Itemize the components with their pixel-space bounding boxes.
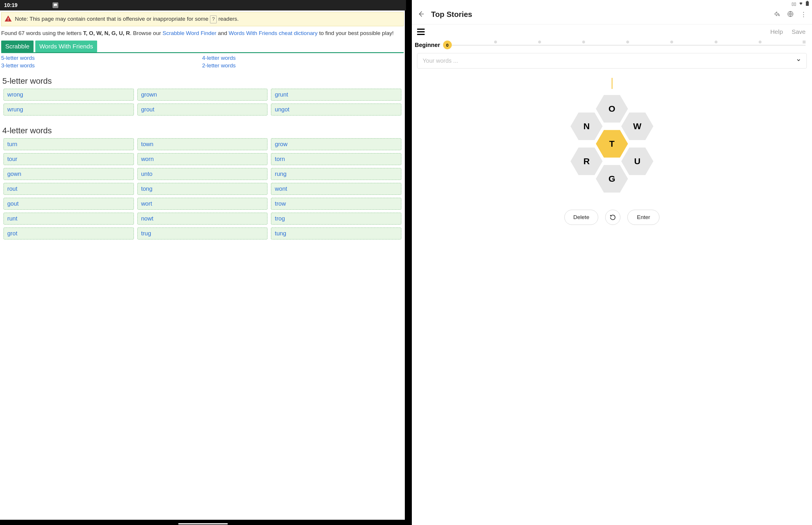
word-cell[interactable]: trog — [271, 213, 401, 225]
found-words-placeholder: Your words ... — [423, 58, 458, 64]
rank-step — [494, 41, 497, 43]
dictionary-content: Note: This page may contain content that… — [0, 11, 405, 520]
hive-cell-bottom[interactable]: G — [596, 165, 628, 193]
word-cell[interactable]: grout — [137, 104, 268, 116]
score-badge: 0 — [443, 41, 452, 49]
svg-rect-2 — [806, 1, 809, 6]
word-cell[interactable]: gown — [3, 168, 134, 180]
word-cell[interactable]: turn — [3, 138, 134, 150]
hive: O N W T R U G — [562, 95, 662, 200]
link-3-letter[interactable]: 3-letter words — [1, 62, 202, 70]
found-words-dropdown[interactable]: Your words ... — [417, 53, 807, 69]
word-cell[interactable]: worn — [137, 153, 268, 165]
back-button[interactable] — [417, 10, 425, 19]
svg-rect-3 — [807, 1, 808, 1]
word-grid-5: wrong grown grunt wrung grout ungot — [0, 89, 405, 119]
word-cell[interactable]: trow — [271, 198, 401, 210]
word-cell[interactable]: ungot — [271, 104, 401, 116]
word-cell[interactable]: wont — [271, 183, 401, 195]
word-cell[interactable]: rung — [271, 168, 401, 180]
help-link[interactable]: Help — [770, 28, 783, 35]
image-icon — [52, 2, 58, 8]
page-title: Top Stories — [431, 10, 767, 19]
wwf-cheat-dictionary-link[interactable]: Words With Friends cheat dictionary — [229, 30, 318, 36]
rank-step-final — [803, 41, 806, 43]
word-cell[interactable]: town — [137, 138, 268, 150]
delete-button[interactable]: Delete — [565, 210, 599, 225]
warning-help-button[interactable]: ? — [210, 15, 217, 23]
rank-track: 0 — [444, 41, 806, 48]
link-2-letter[interactable]: 2-letter words — [202, 62, 403, 70]
right-app-pane: ▯▯ Top Stories ⋮ Help Save Beginner — [406, 0, 812, 525]
rank-step — [538, 41, 541, 43]
game-buttons: Delete Enter — [412, 210, 812, 225]
rank-step — [626, 41, 629, 43]
rank-progress: Beginner 0 — [412, 40, 812, 51]
word-cell[interactable]: torn — [271, 153, 401, 165]
word-cell[interactable]: grot — [3, 227, 134, 239]
right-status-bar: ▯▯ — [412, 0, 812, 7]
android-status-bar: 10:19 — [0, 0, 406, 11]
left-app-pane: 10:19 Note: This page may contain conten… — [0, 0, 406, 525]
input-cursor-area[interactable] — [412, 69, 812, 89]
word-cell[interactable]: tung — [271, 227, 401, 239]
word-cell[interactable]: tour — [3, 153, 134, 165]
word-cell[interactable]: gout — [3, 198, 134, 210]
scrabble-word-finder-link[interactable]: Scrabble Word Finder — [163, 30, 216, 36]
save-link[interactable]: Save — [792, 28, 806, 35]
word-cell[interactable]: grunt — [271, 89, 401, 101]
shuffle-button[interactable] — [605, 210, 620, 225]
svg-rect-1 — [8, 20, 9, 21]
length-jump-links: 5-letter words 4-letter words 3-letter w… — [0, 53, 405, 70]
app-top-bar: Top Stories ⋮ — [412, 7, 812, 25]
tab-words-with-friends[interactable]: Words With Friends — [35, 41, 97, 52]
word-cell[interactable]: nowt — [137, 213, 268, 225]
warning-icon — [4, 15, 12, 24]
share-icon[interactable] — [773, 11, 781, 19]
svg-rect-0 — [8, 18, 9, 20]
battery-icon — [806, 1, 809, 7]
link-4-letter[interactable]: 4-letter words — [202, 54, 403, 62]
word-cell[interactable]: runt — [3, 213, 134, 225]
rank-step — [715, 41, 718, 43]
word-cell[interactable]: tong — [137, 183, 268, 195]
section-heading-5: 5-letter words — [0, 70, 405, 89]
found-summary: Found 67 words using the letters T, O, W… — [0, 29, 405, 39]
word-cell[interactable]: wrung — [3, 104, 134, 116]
content-warning-banner: Note: This page may contain content that… — [1, 12, 404, 26]
word-cell[interactable]: trug — [137, 227, 268, 239]
word-cell[interactable]: rout — [3, 183, 134, 195]
wifi-icon — [799, 1, 803, 6]
vibrate-icon: ▯▯ — [792, 1, 796, 6]
menu-icon[interactable] — [415, 27, 427, 36]
word-cell[interactable]: wort — [137, 198, 268, 210]
rank-step — [670, 41, 673, 43]
rank-step — [758, 41, 762, 43]
home-indicator[interactable] — [178, 523, 228, 524]
word-cell[interactable]: unto — [137, 168, 268, 180]
overflow-menu-icon[interactable]: ⋮ — [800, 11, 807, 18]
word-grid-4: turn town grow tour worn torn gown unto … — [0, 138, 405, 243]
section-heading-4: 4-letter words — [0, 119, 405, 138]
tab-scrabble[interactable]: Scrabble — [1, 41, 33, 52]
enter-button[interactable]: Enter — [627, 210, 660, 225]
rank-step — [582, 41, 585, 43]
word-cell[interactable]: grow — [271, 138, 401, 150]
link-5-letter[interactable]: 5-letter words — [1, 54, 202, 62]
android-nav-bar — [0, 523, 406, 525]
text-cursor — [612, 78, 613, 89]
warning-text: Note: This page may contain content that… — [15, 15, 239, 23]
rank-label: Beginner — [415, 42, 440, 48]
chevron-down-icon — [796, 58, 801, 64]
game-tabs: Scrabble Words With Friends — [0, 39, 405, 52]
globe-icon[interactable] — [787, 11, 794, 19]
word-cell[interactable]: wrong — [3, 89, 134, 101]
status-time: 10:19 — [4, 2, 17, 9]
word-cell[interactable]: grown — [137, 89, 268, 101]
game-header-row: Help Save — [412, 25, 812, 40]
